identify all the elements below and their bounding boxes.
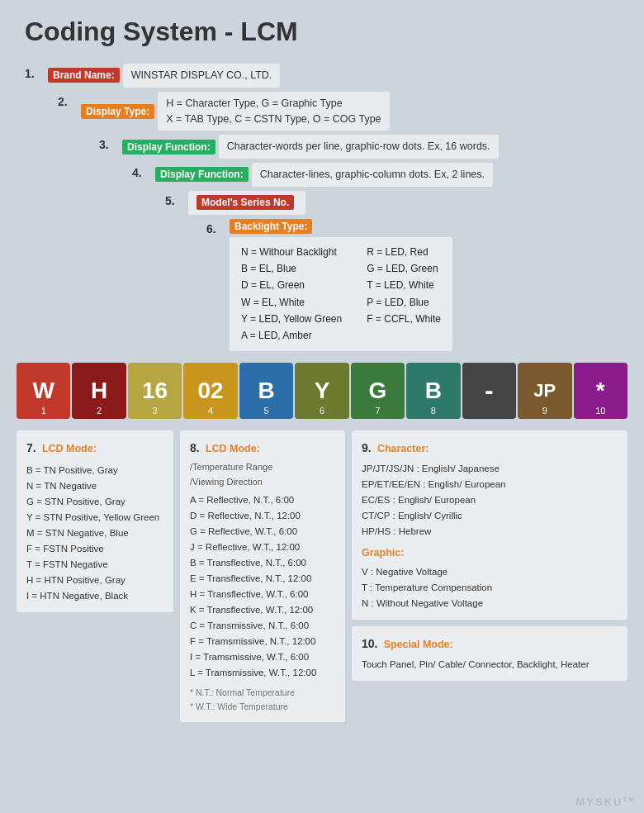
block-9-num: 9	[542, 406, 547, 416]
row-4-label: Display Function:	[155, 167, 249, 182]
panel-9-graphic-1: T : Temperature Compensation	[362, 580, 618, 596]
panel-9-header: 9. Character:	[362, 439, 618, 458]
bl-1: N = Withour Backlight	[241, 244, 342, 260]
block-7-letter: G	[369, 378, 387, 404]
block-10-num: 10	[595, 406, 605, 416]
panel-8-item-3: J = Reflective, W.T., 12:00	[190, 540, 335, 555]
panel-10: 10. Special Mode: Touch Panel, Pin/ Cabl…	[352, 626, 627, 681]
panel-9-char-0: JP/JT/JS/JN : English/ Japanese	[362, 461, 618, 477]
panel-7-item-6: T = FSTN Negative	[26, 557, 163, 573]
panel-7-header: 7. LCD Mode:	[26, 439, 163, 458]
row-3-label: Display Function:	[122, 140, 215, 155]
panel-7-item-7: H = HTN Positive, Gray	[26, 573, 163, 588]
row-6-label: Backlight Type:	[230, 219, 312, 234]
block-4: 02 4	[183, 363, 237, 419]
row-3-body: Display Function: Character-words per li…	[122, 135, 627, 159]
block-dash: -	[462, 363, 516, 419]
page-title: Coding System - LCM	[17, 17, 627, 47]
block-6-letter: Y	[315, 378, 330, 404]
bl-5: Y = LED, Yellow Green	[241, 311, 342, 327]
panel-8: 8. LCD Mode: /Temperature Range /Viewing…	[180, 430, 345, 723]
panel-9-num: 9.	[362, 441, 372, 454]
block-2-num: 2	[97, 406, 102, 416]
row-5-label: Model's Series No.	[197, 195, 294, 210]
block-6-num: 6	[320, 406, 324, 416]
panel-9: 9. Character: JP/JT/JS/JN : English/ Jap…	[352, 430, 627, 620]
block-5-num: 5	[263, 406, 268, 416]
block-1: W 1	[17, 363, 70, 419]
panel-7-item-0: B = TN Positive, Gray	[26, 463, 163, 478]
row-5: 5. Model's Series No.	[17, 191, 627, 215]
bl-r3: T = LED, White	[367, 277, 441, 293]
row-2-body: Display Type: H = Character Type, G = Gr…	[81, 92, 627, 131]
panel-7-item-4: M = STN Negative, Blue	[26, 525, 163, 541]
watermark: MYSKUTM	[575, 796, 636, 808]
block-5-letter: B	[258, 378, 274, 404]
bl-r1: R = LED, Red	[367, 244, 441, 260]
row-3-content: Character-words per line, graphic-row do…	[219, 135, 499, 159]
block-6: Y 6	[295, 363, 348, 419]
row-4: 4. Display Function: Character-lines, gr…	[17, 163, 627, 187]
panel-8-item-0: A = Reflective, N.T., 6:00	[190, 492, 335, 508]
panel-9-char-title: Character:	[377, 443, 429, 454]
backlight-col2: R = LED, Red G = LED, Green T = LED, Whi…	[367, 244, 441, 345]
panel-7-title: LCD Mode:	[42, 443, 97, 454]
panel-8-item-9: F = Tramsmissive, N.T., 12:00	[190, 634, 335, 649]
row-4-num: 4.	[132, 163, 155, 179]
panel-9-graphic-2: N : Without Negative Voltage	[362, 596, 618, 611]
block-9-letter: JP	[533, 380, 556, 402]
panel-8-item-5: E = Transflective, N.T., 12:00	[190, 571, 335, 587]
panel-7: 7. LCD Mode: B = TN Positive, Gray N = T…	[17, 430, 173, 612]
block-3: 16 3	[128, 363, 182, 419]
row-1-content: WINSTAR DISPLAY CO., LTD.	[123, 64, 281, 88]
block-8: B 8	[406, 363, 460, 419]
panel-9-char-2: EC/ES : English/ European	[362, 492, 618, 508]
panel-8-item-4: B = Transflective, N.T., 6:00	[190, 555, 335, 571]
row-3-num: 3.	[99, 135, 122, 151]
panel-8-item-1: D = Reflective, N.T., 12:00	[190, 508, 335, 524]
block-10: * 10	[574, 363, 627, 419]
block-4-letter: 02	[198, 378, 224, 404]
panel-7-item-1: N = TN Negative	[26, 478, 163, 494]
panel-7-item-8: I = HTN Negative, Black	[26, 588, 163, 604]
panel-9-char-1: EP/ET/EE/EN : English/ European	[362, 477, 618, 492]
panel-7-item-2: G = STN Positive, Gray	[26, 494, 163, 510]
bl-3: D = EL, Green	[241, 277, 342, 293]
block-5: B 5	[239, 363, 293, 419]
panel-9-char-4: HP/HS : Hebrew	[362, 524, 618, 540]
panel-8-num: 8.	[190, 441, 200, 454]
block-7-num: 7	[375, 406, 380, 416]
panel-8-note2: * W.T.: Wide Temperature	[190, 700, 335, 714]
bl-r4: P = LED, Blue	[367, 294, 441, 311]
panel-8-item-8: C = Transmissive, N.T., 6:00	[190, 618, 335, 634]
row-5-body: Model's Series No.	[188, 191, 627, 215]
panel-8-item-10: I = Tramsmissive, W.T., 6:00	[190, 649, 335, 665]
bl-2: B = EL, Blue	[241, 260, 342, 277]
panel-10-num: 10.	[362, 637, 377, 650]
panel-8-item-2: G = Reflective, W.T., 6:00	[190, 524, 335, 540]
row-2-num: 2.	[58, 92, 81, 108]
panel-8-item-7: K = Transflective, W.T., 12:00	[190, 602, 335, 618]
block-4-num: 4	[208, 406, 213, 416]
panel-9-char-3: CT/CP : English/ Cyrillic	[362, 508, 618, 524]
row-4-content: Character-lines, graphic-column dots. Ex…	[252, 163, 493, 187]
row-6: 6. Backlight Type: N = Withour Backlight…	[17, 219, 627, 351]
row-3: 3. Display Function: Character-words per…	[17, 135, 627, 159]
row-6-label-wrapper: Backlight Type:	[230, 219, 452, 234]
block-3-letter: 16	[142, 378, 168, 404]
block-dash-letter: -	[485, 375, 494, 406]
row-2-line1: H = Character Type, G = Graphic Type	[166, 96, 381, 112]
panel-8-title: LCD Mode:	[206, 443, 260, 454]
panel-9-graphic-title: Graphic:	[362, 544, 618, 562]
block-1-letter: W	[33, 378, 54, 404]
backlight-box: N = Withour Backlight B = EL, Blue D = E…	[230, 237, 452, 351]
panel-7-item-5: F = FSTN Positive	[26, 541, 163, 557]
row-1: 1. Brand Name: WINSTAR DISPLAY CO., LTD.	[17, 64, 627, 88]
row-4-body: Display Function: Character-lines, graph…	[155, 163, 627, 187]
panel-8-item-11: L = Tramsmissive, W.T., 12:00	[190, 665, 335, 681]
row-1-num: 1.	[25, 64, 48, 80]
block-9: JP 9	[518, 363, 571, 419]
row-2-content: H = Character Type, G = Graphic Type X =…	[158, 92, 389, 131]
block-10-letter: *	[596, 378, 605, 404]
panel-8-item-6: H = Transflective, W.T., 6:00	[190, 587, 335, 602]
